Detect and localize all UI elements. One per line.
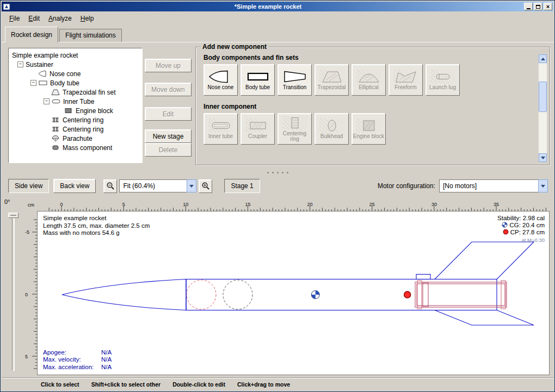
tree-item-label: Parachute xyxy=(63,135,92,142)
component-button[interactable]: Centering ring xyxy=(278,113,312,145)
component-button[interactable]: Coupler xyxy=(240,113,275,145)
side-view-button[interactable]: Side view xyxy=(8,179,49,193)
tab[interactable]: Rocket design xyxy=(5,27,58,42)
component-button[interactable]: Launch lug xyxy=(425,64,460,96)
component-button[interactable]: Freeform xyxy=(388,64,423,96)
action-button[interactable]: Delete xyxy=(145,143,192,157)
component-button[interactable]: Nose cone xyxy=(203,64,238,96)
zoom-combo-arrow[interactable] xyxy=(187,179,196,192)
tree-item[interactable]: Mass component xyxy=(10,143,141,152)
svg-text:35: 35 xyxy=(494,202,499,207)
menu-item[interactable]: Edit xyxy=(24,13,44,24)
stage-1-button[interactable]: Stage 1 xyxy=(224,179,260,193)
action-button[interactable]: Move up xyxy=(145,59,192,72)
menu-item[interactable]: Help xyxy=(76,13,98,24)
stability-row: Stability: 2.98 cal xyxy=(497,215,545,222)
menu-item[interactable]: File xyxy=(5,13,24,24)
motor-configuration-value[interactable]: [No motors] xyxy=(439,179,538,192)
magnifier-plus-icon xyxy=(201,182,210,190)
cp-icon xyxy=(503,229,509,235)
component-button[interactable]: Bulkhead xyxy=(314,113,349,145)
motor-configuration-label: Motor configuration: xyxy=(378,182,435,190)
stability-label: Stability: xyxy=(497,215,521,221)
action-button[interactable]: Move down xyxy=(145,83,192,96)
tree-item-icon xyxy=(51,144,60,151)
tab[interactable]: Flight simulations xyxy=(59,29,122,42)
svg-text:0: 0 xyxy=(60,202,63,207)
component-button[interactable]: Engine block xyxy=(351,113,386,145)
info-line: Simple example rocket xyxy=(43,215,150,222)
flight-stat-label: Max. velocity: xyxy=(43,356,101,364)
component-button[interactable]: Trapezoidal xyxy=(314,64,349,96)
component-button[interactable]: Elliptical xyxy=(351,64,386,96)
horizontal-ruler: 05101520253035 xyxy=(37,202,550,211)
component-icon xyxy=(393,70,418,84)
zoom-value[interactable]: Fit (60.4%) xyxy=(119,179,187,192)
flight-stat-label: Max. acceleration: xyxy=(43,364,101,371)
tree-item[interactable]: Engine block xyxy=(10,106,141,115)
fin-bottom-outline xyxy=(435,310,534,326)
action-button[interactable]: Edit xyxy=(145,107,192,121)
tree-item[interactable]: Body tube xyxy=(10,78,141,88)
parachute-outline xyxy=(187,280,216,309)
flight-stat-value: N/A xyxy=(101,364,112,370)
component-button[interactable]: Transition xyxy=(278,64,312,96)
component-icon xyxy=(430,70,455,84)
minimize-button[interactable] xyxy=(524,3,533,10)
splitter-handle[interactable] xyxy=(2,170,553,175)
component-icon xyxy=(245,70,270,84)
close-button[interactable]: × xyxy=(544,3,552,10)
inner-components-row: Inner tube Coupler Centering ring xyxy=(203,113,550,145)
rotation-slider-handle[interactable] xyxy=(8,213,18,218)
rotation-slider-track[interactable] xyxy=(12,215,15,371)
tree-item[interactable]: Parachute xyxy=(10,134,141,143)
component-icon xyxy=(208,119,233,133)
zoom-combo[interactable]: Fit (60.4%) xyxy=(119,179,196,192)
menu-item[interactable]: Analyze xyxy=(44,13,76,24)
zoom-out-button[interactable] xyxy=(103,179,117,193)
chevron-down-icon xyxy=(541,185,545,188)
svg-text:10: 10 xyxy=(183,202,188,207)
window-icon xyxy=(3,3,10,10)
tree-item-icon xyxy=(64,107,73,114)
tree-item[interactable]: Simple example rocket xyxy=(10,51,141,60)
maximize-button[interactable] xyxy=(534,3,542,10)
mass-component-outline xyxy=(223,280,252,309)
top-section: Simple example rocket Sustainer Nose con… xyxy=(2,42,553,170)
tree-item[interactable]: Trapezoidal fin set xyxy=(10,88,141,97)
component-button[interactable]: Body tube xyxy=(240,64,275,96)
rotation-angle-value: 0° xyxy=(4,198,10,205)
scrollbar-thumb[interactable] xyxy=(539,82,547,112)
zoom-in-button[interactable] xyxy=(199,179,212,193)
tree-item-label: Inner Tube xyxy=(63,98,94,105)
arrow-down-icon xyxy=(541,157,545,159)
centering-ring-front xyxy=(417,281,422,309)
tree-item[interactable]: Sustainer xyxy=(10,60,141,69)
tree-item[interactable]: Centering ring xyxy=(10,125,141,134)
tree-item-label: Engine block xyxy=(76,107,113,115)
chevron-down-icon xyxy=(189,185,194,188)
menubar: FileEditAnalyzeHelp xyxy=(2,11,553,26)
cg-row: CG: 20.4 cm xyxy=(497,222,545,229)
scroll-up-button[interactable] xyxy=(539,54,547,63)
tree-item-icon xyxy=(51,89,60,96)
rocket-info: Simple example rocketLength 37.5 cm, max… xyxy=(43,215,150,237)
action-button[interactable]: New stage xyxy=(145,129,192,143)
motor-combo-arrow[interactable] xyxy=(538,179,548,192)
scroll-down-button[interactable] xyxy=(539,153,547,162)
rocket-canvas[interactable]: Simple example rocketLength 37.5 cm, max… xyxy=(37,211,550,375)
tabstrip: Rocket designFlight simulations xyxy=(2,26,553,42)
svg-text:25: 25 xyxy=(369,202,375,207)
component-icon xyxy=(356,70,381,84)
motor-configuration-combo[interactable]: [No motors] xyxy=(439,179,548,192)
tree-item[interactable]: Nose cone xyxy=(10,69,141,78)
tree-item-icon xyxy=(51,116,60,123)
component-scrollbar[interactable] xyxy=(538,54,547,163)
tree-item-label: Centering ring xyxy=(63,116,103,124)
component-button[interactable]: Inner tube xyxy=(203,113,238,145)
body-components-label: Body components and fin sets xyxy=(203,54,550,61)
back-view-button[interactable]: Back view xyxy=(53,179,96,193)
tree-item[interactable]: Inner Tube xyxy=(10,97,141,106)
vertical-ruler: -505 xyxy=(24,211,37,375)
tree-item[interactable]: Centering ring xyxy=(10,115,141,125)
